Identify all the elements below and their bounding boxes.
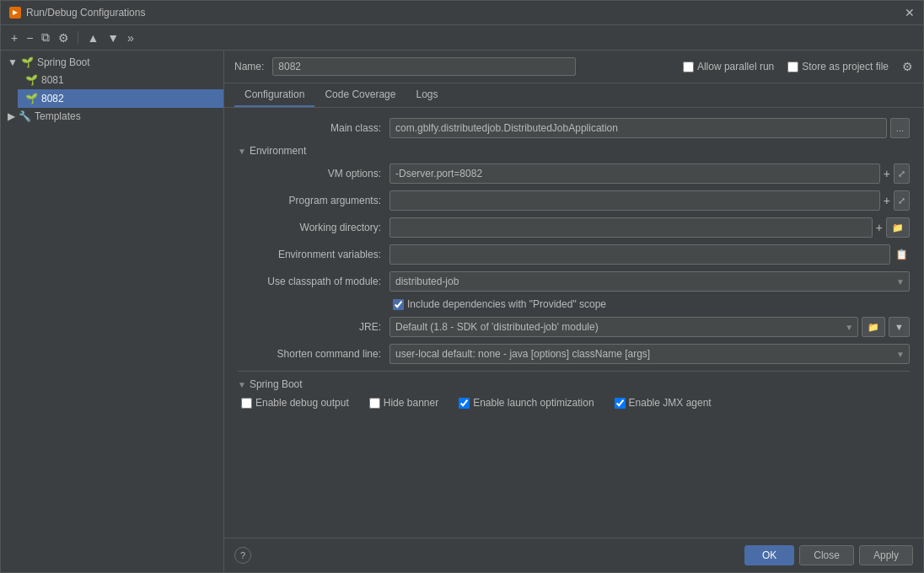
expand-springboot-icon: ▼ <box>8 56 18 68</box>
shorten-row: Shorten command line: user-local default… <box>238 344 910 364</box>
include-deps-group: Include dependencies with "Provided" sco… <box>393 298 606 310</box>
allow-parallel-checkbox[interactable] <box>683 62 694 72</box>
program-args-input[interactable] <box>389 190 880 211</box>
classpath-select[interactable]: distributed-job <box>389 271 910 292</box>
include-deps-checkbox[interactable] <box>393 299 404 310</box>
item-8081-label: 8081 <box>41 74 64 86</box>
item-8082-icon: 🌱 <box>24 92 38 105</box>
springboot-checkboxes: Enable debug output Hide banner Enable l… <box>241 397 910 409</box>
jre-dropdown-button[interactable]: ▼ <box>889 317 910 337</box>
title-bar: Run/Debug Configurations ✕ <box>1 1 923 25</box>
templates-header[interactable]: ▶ 🔧 Templates <box>1 108 223 125</box>
templates-icon: 🔧 <box>19 110 31 122</box>
jre-select-wrapper: Default (1.8 - SDK of 'distributed-job' … <box>389 317 858 337</box>
store-gear-button[interactable]: ⚙ <box>902 60 913 73</box>
copy-config-button[interactable]: ⧉ <box>38 29 53 46</box>
title-bar-left: Run/Debug Configurations <box>9 7 145 19</box>
add-config-button[interactable]: + <box>8 29 21 46</box>
settings-button[interactable]: ⚙ <box>55 29 73 46</box>
springboot-group-header[interactable]: ▼ 🌱 Spring Boot <box>1 54 223 71</box>
name-input[interactable] <box>272 57 576 76</box>
enable-debug-checkbox[interactable] <box>241 398 252 409</box>
enable-debug-label: Enable debug output <box>255 397 349 409</box>
program-args-add-button[interactable]: + <box>884 194 890 207</box>
tab-code-coverage[interactable]: Code Coverage <box>314 83 406 107</box>
springboot-section-header[interactable]: ▼ Spring Boot <box>238 371 910 390</box>
shorten-select[interactable]: user-local default: none - java [options… <box>389 344 910 364</box>
springboot-children: 🌱 8081 🌱 8082 <box>1 71 223 108</box>
sidebar-item-8081[interactable]: 🌱 8081 <box>18 71 223 89</box>
jre-field: Default (1.8 - SDK of 'distributed-job' … <box>389 317 910 337</box>
env-vars-input[interactable] <box>389 244 890 265</box>
program-args-expand-button[interactable]: ⤢ <box>894 190 910 211</box>
run-debug-dialog: Run/Debug Configurations ✕ + − ⧉ ⚙ ▲ ▼ »… <box>0 0 924 573</box>
tabs: Configuration Code Coverage Logs <box>224 83 923 108</box>
move-up-button[interactable]: ▲ <box>83 29 102 46</box>
main-class-input[interactable] <box>389 118 887 138</box>
enable-launch-checkbox[interactable] <box>459 398 470 409</box>
hide-banner-group: Hide banner <box>369 397 438 409</box>
help-button[interactable]: ? <box>234 547 251 564</box>
vm-options-expand-button[interactable]: ⤢ <box>894 163 910 184</box>
springboot-group-icon: 🌱 <box>21 56 34 68</box>
environment-triangle-icon: ▼ <box>238 147 246 156</box>
tab-configuration[interactable]: Configuration <box>234 83 314 107</box>
working-dir-input[interactable] <box>389 217 873 238</box>
name-bar: Name: Allow parallel run Store as projec… <box>224 51 923 83</box>
classpath-field: distributed-job ▼ <box>389 271 910 292</box>
working-dir-add-button[interactable]: + <box>876 221 883 234</box>
sidebar-item-8082[interactable]: 🌱 8082 <box>18 89 223 108</box>
main-class-row: Main class: ... <box>238 118 910 138</box>
ok-button[interactable]: OK <box>744 545 794 565</box>
enable-jmx-checkbox[interactable] <box>615 398 626 409</box>
tab-logs[interactable]: Logs <box>406 83 448 107</box>
tab-code-coverage-label: Code Coverage <box>325 88 395 100</box>
dialog-icon <box>9 7 21 19</box>
working-dir-browse-button[interactable]: 📁 <box>886 217 910 238</box>
hide-banner-checkbox[interactable] <box>369 398 380 409</box>
program-args-label: Program arguments: <box>238 195 389 206</box>
main-class-browse-button[interactable]: ... <box>890 118 910 138</box>
name-options: Allow parallel run Store as project file… <box>683 60 913 73</box>
store-as-project-group: Store as project file <box>787 61 889 72</box>
enable-launch-group: Enable launch optimization <box>459 397 594 409</box>
move-down-button[interactable]: ▼ <box>104 29 122 46</box>
item-8081-icon: 🌱 <box>24 73 38 87</box>
env-vars-field: 📋 <box>389 244 910 265</box>
name-label: Name: <box>234 61 264 72</box>
main-class-field: ... <box>389 118 910 138</box>
close-button[interactable]: Close <box>799 545 854 565</box>
expand-templates-icon: ▶ <box>8 110 15 122</box>
vm-options-add-button[interactable]: + <box>884 167 890 180</box>
svg-marker-0 <box>13 10 18 15</box>
allow-parallel-group: Allow parallel run <box>683 61 774 72</box>
jre-browse-button[interactable]: 📁 <box>862 317 885 337</box>
more-options-button[interactable]: » <box>124 29 137 46</box>
working-dir-field: + 📁 <box>389 217 910 238</box>
env-vars-edit-button[interactable]: 📋 <box>894 247 910 262</box>
footer-left: ? <box>234 547 251 564</box>
env-vars-label: Environment variables: <box>238 249 389 260</box>
main-class-label: Main class: <box>238 122 389 134</box>
sidebar: ▼ 🌱 Spring Boot 🌱 8081 🌱 8082 <box>1 51 224 572</box>
dialog-title: Run/Debug Configurations <box>26 7 145 19</box>
vm-options-label: VM options: <box>238 168 389 179</box>
classpath-row: Use classpath of module: distributed-job… <box>238 271 910 292</box>
close-dialog-button[interactable]: ✕ <box>905 6 915 19</box>
enable-jmx-group: Enable JMX agent <box>615 397 712 409</box>
jre-row: JRE: Default (1.8 - SDK of 'distributed-… <box>238 317 910 337</box>
include-deps-field: Include dependencies with "Provided" sco… <box>389 298 910 310</box>
remove-config-button[interactable]: − <box>23 29 36 46</box>
springboot-group: ▼ 🌱 Spring Boot 🌱 8081 🌱 8082 <box>1 54 223 108</box>
springboot-section-label: Spring Boot <box>250 378 303 390</box>
store-as-project-checkbox[interactable] <box>787 62 798 72</box>
jre-select[interactable]: Default (1.8 - SDK of 'distributed-job' … <box>389 317 858 337</box>
springboot-group-label: Spring Boot <box>37 56 90 68</box>
apply-button[interactable]: Apply <box>859 545 913 565</box>
store-as-project-label: Store as project file <box>802 61 889 72</box>
config-content: Main class: ... ▼ Environment VM options… <box>224 108 923 538</box>
shorten-field: user-local default: none - java [options… <box>389 344 910 364</box>
toolbar: + − ⧉ ⚙ ▲ ▼ » <box>1 25 923 51</box>
environment-section-header[interactable]: ▼ Environment <box>238 145 910 157</box>
vm-options-input[interactable] <box>389 163 880 184</box>
